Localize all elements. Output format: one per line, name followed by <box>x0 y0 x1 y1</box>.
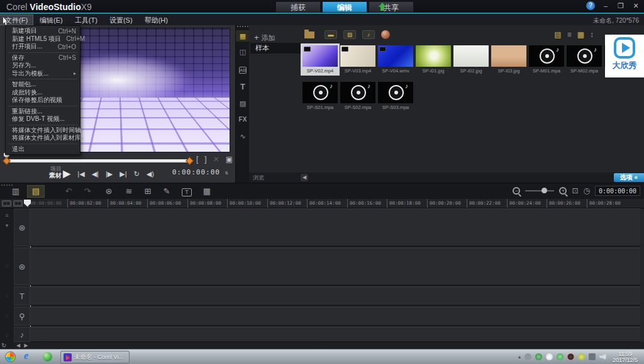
music-track-header[interactable]: ♪ <box>14 327 30 342</box>
zoom-slider-knob[interactable] <box>541 188 547 193</box>
scroll-loop-icon[interactable]: ↻ <box>1 342 6 349</box>
tab-edit[interactable]: 编辑 <box>322 1 367 13</box>
storyboard-view-button[interactable]: ▥ <box>8 186 24 197</box>
scroll-left-icon[interactable]: ◀ <box>16 343 20 348</box>
video-thumbnail[interactable] <box>340 45 375 67</box>
filter-fx-icon[interactable]: FX <box>236 116 250 123</box>
track-film-icon[interactable] <box>13 200 23 207</box>
library-item[interactable]: ♪SP-M02.mpa <box>567 45 602 74</box>
tray-icon-cloud[interactable] <box>546 353 553 360</box>
zoom-slider[interactable] <box>525 190 554 191</box>
tab-share[interactable]: 共享 <box>369 1 414 13</box>
video-track-lane[interactable] <box>30 208 643 246</box>
help-icon[interactable]: ? <box>586 1 595 10</box>
voice-track-toggle-icon[interactable]: ◌ <box>0 312 14 319</box>
tray-icon-security-shield[interactable] <box>578 353 585 360</box>
filter-music-icon[interactable]: ♪ <box>362 30 375 39</box>
tracks-vertical-scrollbar[interactable] <box>640 208 644 342</box>
zoom-in-icon[interactable]: + <box>559 187 567 195</box>
browser-icon[interactable] <box>43 352 52 361</box>
cut-button[interactable]: ✕ <box>213 155 219 164</box>
gallery-scroll-left-icon[interactable]: ◀ <box>301 174 308 181</box>
tray-icon-wifi[interactable] <box>557 353 564 360</box>
tray-icon-display[interactable] <box>589 353 596 360</box>
painting-creator-button[interactable]: ✎ <box>158 186 175 197</box>
menu-help[interactable]: 帮助(H) <box>140 15 173 25</box>
sort-icon[interactable]: ↕ <box>590 30 594 39</box>
media-library-icon[interactable]: ▦ <box>236 30 250 42</box>
transitions-icon[interactable]: ◫ <box>236 48 250 56</box>
photo-thumbnail[interactable] <box>453 45 489 67</box>
menu-item-save-trimmed-video[interactable]: 保存修整后的视频 <box>6 96 80 105</box>
library-item[interactable]: SP-I01.jpg <box>416 45 451 74</box>
preview-timecode[interactable]: 0:00:00:00 ⇅ <box>172 168 229 176</box>
sound-mixer-button[interactable]: ≋ <box>121 186 137 197</box>
end-button[interactable]: ▶| <box>119 166 126 181</box>
mark-in-button[interactable]: [ <box>196 155 198 164</box>
menu-item-new-html5[interactable]: 新建 HTML5 项目Ctrl+M <box>6 35 80 43</box>
taskbar-app-button[interactable]: 未命名 - Corel Vi... <box>60 351 130 363</box>
cloud-media-icon[interactable] <box>381 30 390 39</box>
gallery-item-sample[interactable]: 样本 <box>250 43 302 54</box>
library-item[interactable]: ♪SP-M01.mpa <box>529 45 564 74</box>
panel-drag-handle[interactable] <box>237 26 248 28</box>
home-button[interactable]: |◀ <box>77 166 84 181</box>
menu-item-save-as[interactable]: 另存为... <box>6 62 80 70</box>
title-track-toggle-icon[interactable]: ◌ <box>0 292 14 299</box>
mode-clip-label[interactable]: 素材 <box>49 172 62 179</box>
menu-item-batch-convert[interactable]: 成批转换... <box>6 89 80 97</box>
timeline-ruler[interactable]: 00:00:00:00 00:00:02:00 00:00:04:00 00:0… <box>0 199 644 208</box>
library-item[interactable]: ♪SP-S01.mpa <box>303 82 338 110</box>
graphic-icon[interactable]: ▨ <box>236 100 250 108</box>
music-track-lane[interactable] <box>30 327 643 342</box>
tab-capture[interactable]: 捕获 <box>275 1 321 13</box>
audio-thumbnail[interactable]: ♪ <box>303 82 338 103</box>
photo-thumbnail[interactable] <box>416 45 451 67</box>
import-folder-icon[interactable] <box>304 31 314 38</box>
duration-clock-icon[interactable]: ◷ <box>584 186 590 195</box>
hidden-icons-chevron[interactable]: ▴ <box>518 354 521 360</box>
instant-project-button[interactable]: ⊞ <box>140 186 156 197</box>
audio-thumbnail[interactable]: ♪ <box>567 45 602 67</box>
library-item[interactable]: SP-V02.mp4 <box>303 45 338 74</box>
video-thumbnail[interactable] <box>303 45 338 67</box>
scrub-track[interactable] <box>5 159 191 162</box>
scrubber-bar[interactable] <box>5 157 191 164</box>
previous-frame-button[interactable]: ◀| <box>92 166 99 181</box>
overlay-track-toggle-icon[interactable]: ◌ <box>0 263 14 269</box>
upgrade-arrow-icon[interactable] <box>379 3 386 11</box>
view-grid-icon[interactable]: ▦ <box>577 30 584 39</box>
library-item[interactable]: SP-V04.wmv <box>378 45 413 74</box>
library-item[interactable]: SP-V03.mp4 <box>340 45 375 74</box>
menu-item-relink[interactable]: 重新链接... <box>6 108 80 116</box>
internet-explorer-icon[interactable]: e <box>24 350 28 361</box>
fit-project-icon[interactable]: ⊡ <box>572 186 578 195</box>
mode-project-label[interactable]: 项目 <box>49 166 62 172</box>
library-item[interactable]: ♪SP-S02.mpa <box>340 82 375 110</box>
repeat-button[interactable]: ↻ <box>134 166 140 181</box>
menu-item-open-project[interactable]: 打开项目...Ctrl+O <box>6 43 80 51</box>
view-list-icon[interactable]: ≡ <box>567 30 572 39</box>
menu-item-insert-to-library[interactable]: 将媒体文件插入到素材库▸ <box>6 134 80 142</box>
menu-item-smart-package[interactable]: 智能包... <box>6 81 80 89</box>
track-manager-button[interactable]: ▦ <box>199 186 215 197</box>
audio-thumbnail[interactable]: ♪ <box>529 45 564 67</box>
menu-settings[interactable]: 设置(S) <box>104 15 138 25</box>
ripple-edit-icon[interactable] <box>2 200 11 207</box>
library-item[interactable]: ♪SP-S03.mpa <box>378 82 413 110</box>
browse-label[interactable]: 浏览 <box>253 174 264 182</box>
tray-icon-volume[interactable] <box>599 353 606 360</box>
music-track-toggle-icon[interactable]: ◌ <box>0 332 14 338</box>
menu-item-insert-to-timeline[interactable]: 将媒体文件插入到时间轴▸ <box>6 127 80 135</box>
next-frame-button[interactable]: |▶ <box>106 166 113 181</box>
tray-icon-usb[interactable] <box>525 353 531 360</box>
title-icon[interactable]: T <box>236 82 250 91</box>
split-clip-button[interactable]: ▣ <box>226 155 233 164</box>
voice-track-lane[interactable] <box>30 307 643 326</box>
undo-button[interactable]: ↶ <box>60 186 77 197</box>
trim-end-handle[interactable] <box>186 157 194 165</box>
collapse-tracks-icon[interactable]: ▾ <box>0 222 14 229</box>
record-capture-button[interactable]: ⊛ <box>101 186 117 197</box>
library-item[interactable]: SP-I03.jpg <box>491 45 526 74</box>
video-thumbnail[interactable] <box>378 45 413 67</box>
